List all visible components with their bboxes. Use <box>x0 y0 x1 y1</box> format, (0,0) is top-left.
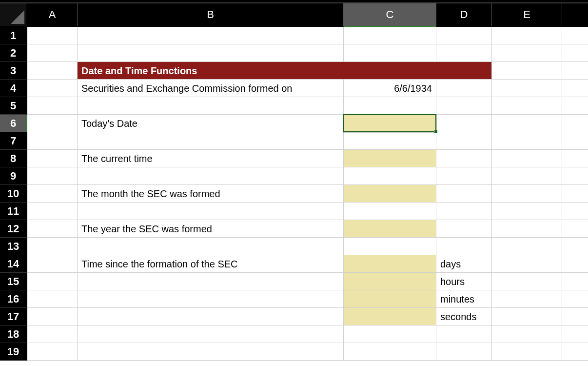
cell-D12[interactable] <box>436 220 492 238</box>
cell-C18[interactable] <box>344 325 436 343</box>
cell-D18[interactable] <box>436 325 492 343</box>
column-header-E[interactable]: E <box>492 3 562 27</box>
cell-C7[interactable] <box>344 132 436 150</box>
cell-A3[interactable] <box>27 62 78 80</box>
row-header-11[interactable]: 11 <box>0 203 27 220</box>
cell-C6[interactable] <box>344 115 436 132</box>
cell-B7[interactable] <box>78 132 344 150</box>
cell-D4[interactable] <box>436 80 492 97</box>
cell-A8[interactable] <box>27 150 78 167</box>
column-header-D[interactable]: D <box>436 3 492 27</box>
cell-A15[interactable] <box>27 273 78 290</box>
cell-D8[interactable] <box>436 150 492 167</box>
cell-E4[interactable] <box>492 80 562 97</box>
row-header-1[interactable]: 1 <box>0 27 27 44</box>
cell-E3[interactable] <box>492 62 562 80</box>
cell-B15[interactable] <box>78 273 344 290</box>
cell-B10[interactable]: The month the SEC was formed <box>78 185 344 203</box>
cell-E18[interactable] <box>492 325 562 343</box>
cell-C5[interactable] <box>344 97 436 115</box>
cell-C15[interactable] <box>344 273 436 290</box>
cell-E14[interactable] <box>492 255 562 273</box>
cell-F10[interactable] <box>562 185 588 203</box>
cell-A17[interactable] <box>27 308 78 325</box>
cell-A10[interactable] <box>27 185 78 203</box>
cell-E8[interactable] <box>492 150 562 167</box>
select-all-corner[interactable] <box>0 3 27 27</box>
column-header-B[interactable]: B <box>78 3 344 27</box>
cell-A9[interactable] <box>27 167 78 185</box>
cell-C19[interactable] <box>344 343 436 361</box>
cell-C3[interactable] <box>344 62 436 80</box>
cell-B12[interactable]: The year the SEC was formed <box>78 220 344 238</box>
cell-F15[interactable] <box>562 273 588 290</box>
cell-E11[interactable] <box>492 203 562 220</box>
row-header-19[interactable]: 19 <box>0 343 27 361</box>
cell-F12[interactable] <box>562 220 588 238</box>
column-header-A[interactable]: A <box>27 3 78 27</box>
cell-D16[interactable]: minutes <box>436 290 492 308</box>
cell-F8[interactable] <box>562 150 588 167</box>
cell-F16[interactable] <box>562 290 588 308</box>
cell-D6[interactable] <box>436 115 492 132</box>
cell-F3[interactable] <box>562 62 588 80</box>
cell-E2[interactable] <box>492 44 562 62</box>
cell-C12[interactable] <box>344 220 436 238</box>
cell-C8[interactable] <box>344 150 436 167</box>
cell-C11[interactable] <box>344 203 436 220</box>
cell-F6[interactable] <box>562 115 588 132</box>
cell-D17[interactable]: seconds <box>436 308 492 325</box>
cell-A18[interactable] <box>27 325 78 343</box>
cell-B6[interactable]: Today's Date <box>78 115 344 132</box>
row-header-7[interactable]: 7 <box>0 132 27 150</box>
cell-B16[interactable] <box>78 290 344 308</box>
row-header-12[interactable]: 12 <box>0 220 27 238</box>
cell-A13[interactable] <box>27 238 78 255</box>
cell-D10[interactable] <box>436 185 492 203</box>
cell-D19[interactable] <box>436 343 492 361</box>
row-header-3[interactable]: 3 <box>0 62 27 80</box>
row-header-18[interactable]: 18 <box>0 325 27 343</box>
cell-E15[interactable] <box>492 273 562 290</box>
row-header-10[interactable]: 10 <box>0 185 27 203</box>
cell-B17[interactable] <box>78 308 344 325</box>
cell-E19[interactable] <box>492 343 562 361</box>
cell-E7[interactable] <box>492 132 562 150</box>
cell-D5[interactable] <box>436 97 492 115</box>
cell-E6[interactable] <box>492 115 562 132</box>
cell-E13[interactable] <box>492 238 562 255</box>
cell-F5[interactable] <box>562 97 588 115</box>
cell-B19[interactable] <box>78 343 344 361</box>
row-header-8[interactable]: 8 <box>0 150 27 167</box>
cell-B11[interactable] <box>78 203 344 220</box>
cell-D1[interactable] <box>436 27 492 44</box>
cell-F4[interactable] <box>562 80 588 97</box>
cell-A11[interactable] <box>27 203 78 220</box>
cell-A2[interactable] <box>27 44 78 62</box>
cell-B8[interactable]: The current time <box>78 150 344 167</box>
cell-D14[interactable]: days <box>436 255 492 273</box>
cell-E12[interactable] <box>492 220 562 238</box>
cell-D3[interactable] <box>436 62 492 80</box>
cell-D13[interactable] <box>436 238 492 255</box>
fill-handle[interactable] <box>434 130 438 134</box>
cell-E5[interactable] <box>492 97 562 115</box>
cell-B2[interactable] <box>78 44 344 62</box>
cell-F13[interactable] <box>562 238 588 255</box>
cell-D9[interactable] <box>436 167 492 185</box>
cell-F7[interactable] <box>562 132 588 150</box>
cell-F14[interactable] <box>562 255 588 273</box>
row-header-15[interactable]: 15 <box>0 273 27 290</box>
column-header-F[interactable] <box>562 3 588 27</box>
cell-B4[interactable]: Securities and Exchange Commission forme… <box>78 80 344 97</box>
cell-A6[interactable] <box>27 115 78 132</box>
cell-C16[interactable] <box>344 290 436 308</box>
cell-B9[interactable] <box>78 167 344 185</box>
row-header-16[interactable]: 16 <box>0 290 27 308</box>
cell-F1[interactable] <box>562 27 588 44</box>
cell-B3[interactable]: Date and Time Functions <box>78 62 344 80</box>
cell-C13[interactable] <box>344 238 436 255</box>
cell-A19[interactable] <box>27 343 78 361</box>
cell-A16[interactable] <box>27 290 78 308</box>
cell-F11[interactable] <box>562 203 588 220</box>
